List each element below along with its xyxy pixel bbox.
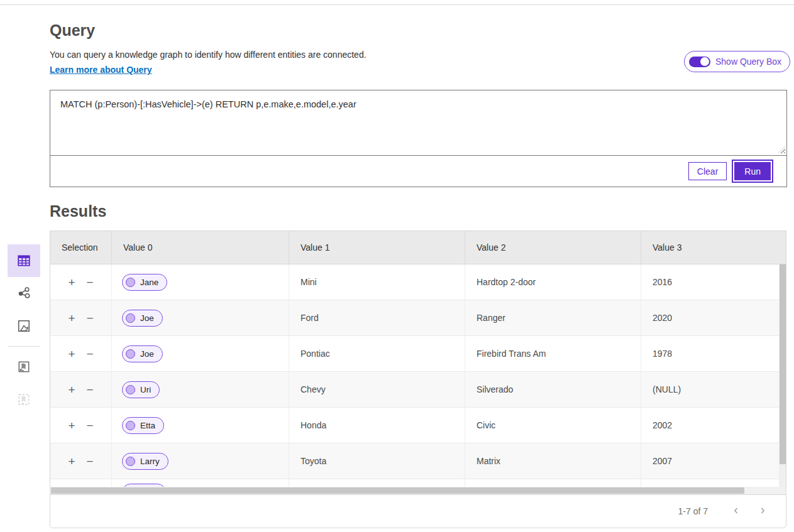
remove-from-selection-icon[interactable]: − <box>87 455 94 467</box>
person-entity-chip[interactable]: Larry <box>122 453 168 470</box>
chevron-right-icon <box>758 506 767 515</box>
query-description: You can query a knowledge graph to ident… <box>50 50 367 60</box>
entity-dot-icon <box>126 457 135 466</box>
add-to-selection-icon[interactable]: + <box>68 420 75 432</box>
vertical-scrollbar[interactable] <box>779 264 786 487</box>
table-row: + − Uri Chevy Silverado (NULL) <box>50 372 786 408</box>
learn-more-link[interactable]: Learn more about Query <box>50 65 152 75</box>
selection-cell <box>50 479 112 487</box>
entity-cell: Larry <box>112 443 289 479</box>
chevron-left-icon <box>732 506 741 515</box>
add-to-selection-icon[interactable]: + <box>68 455 75 467</box>
column-header-value0: Value 0 <box>112 231 289 264</box>
table-row: + − Jane Mini Hardtop 2-door 2016 <box>50 264 786 300</box>
add-to-selection-icon[interactable]: + <box>68 348 75 360</box>
model-cell: Silverado <box>465 372 641 407</box>
model-cell: Firebird Trans Am <box>465 336 641 371</box>
column-header-value1: Value 1 <box>289 231 465 264</box>
year-cell <box>641 479 786 487</box>
chip-label: Etta <box>140 421 155 430</box>
toggle-switch-icon[interactable] <box>689 57 710 67</box>
model-cell: Ranger <box>465 300 641 335</box>
year-cell: 2016 <box>641 264 786 300</box>
entity-cell: Joe <box>112 336 289 371</box>
person-entity-chip[interactable]: Jane <box>122 274 167 291</box>
remove-from-selection-icon[interactable]: − <box>87 312 94 324</box>
show-query-box-toggle[interactable]: Show Query Box <box>684 51 790 72</box>
new-map-icon <box>17 393 31 406</box>
entity-dot-icon <box>126 278 135 287</box>
map-view-button[interactable] <box>8 310 40 342</box>
person-entity-chip[interactable]: Etta <box>122 417 164 434</box>
column-header-value3: Value 3 <box>641 231 786 264</box>
chip-label: Uri <box>140 385 151 394</box>
entity-dot-icon <box>126 313 135 323</box>
link-chart-icon <box>17 286 31 300</box>
query-input[interactable]: MATCH (p:Person)-[:HasVehicle]->(e) RETU… <box>50 90 786 156</box>
table-row-partial <box>50 479 786 487</box>
pagination-range-label: 1-7 of 7 <box>678 506 708 516</box>
table-row: + − Joe Pontiac Firebird Trans Am 1978 <box>50 336 786 372</box>
entity-cell: Jane <box>112 264 289 300</box>
pagination-bar: 1-7 of 7 <box>50 494 786 528</box>
selection-cell: + − <box>50 372 112 407</box>
column-header-value2: Value 2 <box>465 231 641 264</box>
entity-dot-icon <box>126 421 135 430</box>
horizontal-scrollbar[interactable] <box>50 487 786 494</box>
selection-cell: + − <box>50 443 112 479</box>
add-to-selection-icon[interactable]: + <box>68 276 75 288</box>
model-cell: Matrix <box>465 443 641 479</box>
person-entity-chip[interactable]: Uri <box>122 381 160 398</box>
column-header-selection: Selection <box>50 231 112 264</box>
add-to-selection-icon[interactable]: + <box>68 312 75 324</box>
chip-label: Jane <box>140 278 158 287</box>
chip-label: Joe <box>140 349 154 359</box>
table-row: + − Larry Toyota Matrix 2007 <box>50 443 786 479</box>
model-cell: Hardtop 2-door <box>465 264 641 300</box>
results-title: Results <box>50 202 106 220</box>
make-cell <box>289 479 465 487</box>
toggle-label: Show Query Box <box>715 57 781 67</box>
entity-cell: Uri <box>112 372 289 407</box>
table-view-button[interactable] <box>8 244 40 277</box>
rail-divider <box>8 346 40 347</box>
resize-handle[interactable] <box>778 146 785 153</box>
table-row: + − Etta Honda Civic 2002 <box>50 408 786 443</box>
horizontal-scrollbar-thumb[interactable] <box>51 487 744 494</box>
selection-cell: + − <box>50 264 112 300</box>
page-title: Query <box>50 21 95 40</box>
entity-cell <box>112 479 289 487</box>
previous-page-button[interactable] <box>727 504 746 519</box>
remove-from-selection-icon[interactable]: − <box>87 420 94 432</box>
map-icon <box>17 319 31 333</box>
year-cell: 1978 <box>641 336 786 371</box>
year-cell: 2002 <box>641 408 786 443</box>
add-to-selection-icon[interactable]: + <box>68 384 75 396</box>
remove-from-selection-icon[interactable]: − <box>87 276 94 288</box>
chip-label: Joe <box>140 313 154 323</box>
results-table: Selection Value 0 Value 1 Value 2 Value … <box>50 231 786 528</box>
vertical-scrollbar-thumb[interactable] <box>780 264 786 464</box>
new-map-button-disabled <box>8 383 40 416</box>
make-cell: Pontiac <box>289 336 465 371</box>
table-header-row: Selection Value 0 Value 1 Value 2 Value … <box>50 231 786 264</box>
person-entity-chip[interactable]: Joe <box>122 310 163 327</box>
run-button[interactable]: Run <box>734 162 771 180</box>
query-text: MATCH (p:Person)-[:HasVehicle]->(e) RETU… <box>60 99 356 109</box>
make-cell: Honda <box>289 408 465 443</box>
query-footer: Clear Run <box>50 156 786 187</box>
person-entity-chip[interactable]: Joe <box>122 345 163 362</box>
clear-button[interactable]: Clear <box>688 162 727 180</box>
next-page-button[interactable] <box>753 504 772 519</box>
table-icon <box>17 254 31 268</box>
entity-dot-icon <box>126 385 135 394</box>
remove-from-selection-icon[interactable]: − <box>87 384 94 396</box>
link-chart-view-button[interactable] <box>8 277 40 310</box>
entity-cell: Joe <box>112 300 289 335</box>
entity-dot-icon <box>126 349 135 359</box>
selection-cell: + − <box>50 408 112 443</box>
new-link-chart-button[interactable] <box>8 350 40 383</box>
remove-from-selection-icon[interactable]: − <box>87 348 94 360</box>
model-cell <box>465 479 641 487</box>
make-cell: Chevy <box>289 372 465 407</box>
